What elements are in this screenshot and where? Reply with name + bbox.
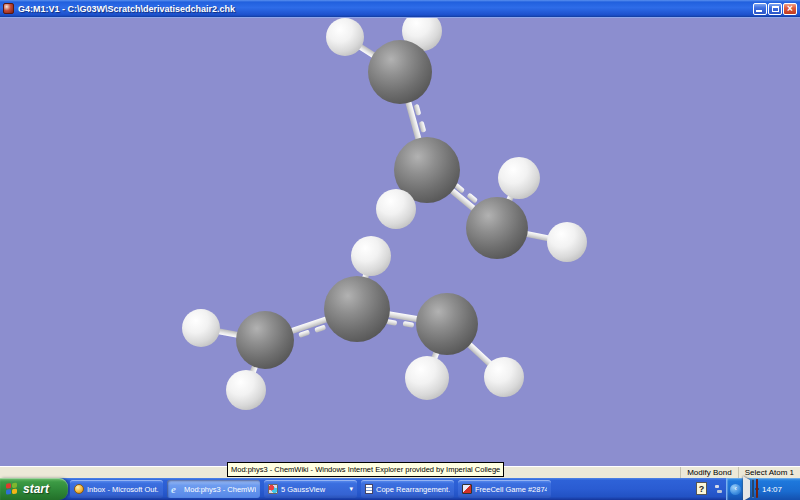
taskbar-buttons: Inbox - Microsoft Out...eMod:phys3 - Che…	[70, 480, 551, 498]
document-icon	[365, 484, 373, 494]
gaussview-icon	[268, 484, 278, 494]
taskbar-button-label: 5 GaussView	[281, 485, 347, 494]
taskbar-button-5[interactable]: FreeCell Game #28740	[458, 480, 551, 498]
window-controls: ×	[753, 3, 797, 15]
atom-c-sphere[interactable]	[324, 276, 390, 342]
minimize-icon	[756, 10, 762, 12]
molecule-viewport[interactable]	[0, 18, 800, 466]
network-monitor-icon[interactable]	[752, 480, 754, 498]
gaussview-window-icon	[3, 3, 14, 14]
atom-h-sphere[interactable]	[351, 236, 391, 276]
close-icon: ×	[784, 4, 796, 14]
window-titlebar: G4:M1:V1 - C:\G03W\Scratch\derivatisedch…	[0, 0, 800, 18]
partial-bond-dash	[414, 103, 422, 115]
atom-h-sphere[interactable]	[376, 189, 416, 229]
help-question-icon[interactable]: ?	[696, 482, 707, 495]
freecell-icon	[462, 484, 472, 494]
partial-bond-dash	[298, 330, 310, 338]
status-mode: Modify Bond	[680, 467, 737, 479]
tray-clock: 14:07	[762, 485, 782, 494]
restore-icon	[772, 6, 779, 12]
start-button[interactable]: start	[0, 478, 68, 500]
screen: G4:M1:V1 - C:\G03W\Scratch\derivatisedch…	[0, 0, 800, 500]
atom-h-sphere[interactable]	[498, 157, 540, 199]
atom-c-sphere[interactable]	[368, 40, 432, 104]
internet-explorer-icon: e	[171, 484, 181, 494]
atom-c-sphere[interactable]	[466, 197, 528, 259]
minimize-button[interactable]	[753, 3, 767, 15]
taskbar-button-3[interactable]: 5 GaussView▾	[264, 480, 357, 498]
partial-bond-dash	[419, 121, 427, 133]
atom-c-sphere[interactable]	[416, 293, 478, 355]
taskbar-button-label: Mod:phys3 - ChemWi...	[184, 485, 256, 494]
window-title: G4:M1:V1 - C:\G03W\Scratch\derivatisedch…	[18, 4, 753, 14]
atom-c-sphere[interactable]	[236, 311, 294, 369]
taskbar-button-1[interactable]: Inbox - Microsoft Out...	[70, 480, 163, 498]
start-button-label: start	[23, 482, 49, 496]
atom-h-sphere[interactable]	[405, 356, 449, 400]
taskbar-button-4[interactable]: Cope Rearrangement...	[361, 480, 454, 498]
taskbar-button-label: Inbox - Microsoft Out...	[87, 485, 159, 494]
taskbar-tooltip: Mod:phys3 - ChemWiki - Windows Internet …	[227, 462, 504, 477]
atom-h-sphere[interactable]	[547, 222, 587, 262]
pointer-device-icon[interactable]	[743, 480, 750, 498]
hide-icons-chevron-icon[interactable]: ‹	[730, 484, 741, 495]
atom-h-sphere[interactable]	[326, 18, 364, 56]
language-bar-icon[interactable]	[714, 485, 723, 494]
taskbar: start Inbox - Microsoft Out...eMod:phys3…	[0, 478, 800, 500]
windows-flag-icon	[6, 482, 19, 495]
outlook-icon	[74, 484, 84, 494]
taskbar-button-label: Cope Rearrangement...	[376, 485, 450, 494]
atom-h-sphere[interactable]	[484, 357, 524, 397]
security-shield-icon[interactable]	[756, 480, 758, 498]
taskbar-button-label: FreeCell Game #28740	[475, 485, 547, 494]
system-tray: ‹ 14:07	[726, 478, 800, 500]
partial-bond-dash	[402, 321, 414, 328]
group-dropdown-arrow-icon[interactable]: ▾	[349, 485, 353, 493]
atom-h-sphere[interactable]	[226, 370, 266, 410]
close-button[interactable]: ×	[783, 3, 797, 15]
restore-button[interactable]	[768, 3, 782, 15]
taskbar-button-2[interactable]: eMod:phys3 - ChemWi...	[167, 480, 260, 498]
atom-h-sphere[interactable]	[182, 309, 220, 347]
